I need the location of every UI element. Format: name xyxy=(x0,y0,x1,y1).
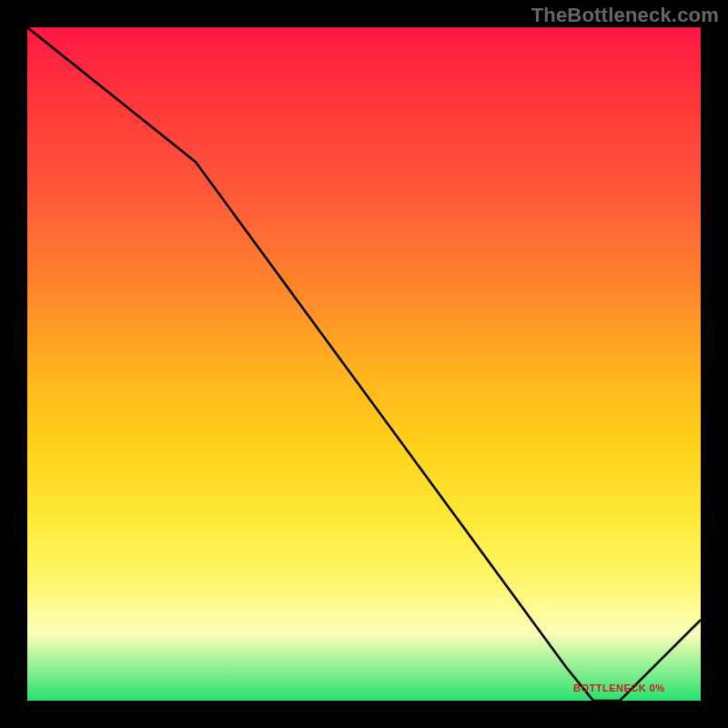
bottleneck-label: BOTTLENECK 0% xyxy=(573,682,665,693)
chart-stage: TheBottleneck.com BOTTLENECK 0% xyxy=(0,0,728,728)
bottleneck-curve xyxy=(27,27,701,701)
chart-svg: BOTTLENECK 0% xyxy=(27,27,701,701)
plot-area: BOTTLENECK 0% xyxy=(27,27,701,701)
watermark-text: TheBottleneck.com xyxy=(531,4,719,27)
